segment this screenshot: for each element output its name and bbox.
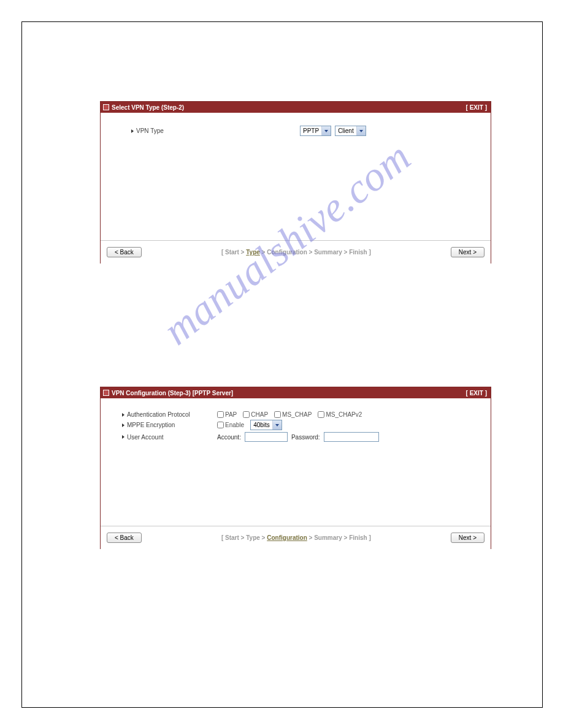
panel-body: Authentication Protocol PAP CHAP MS_CHAP… — [101, 398, 491, 526]
mppe-bits-select[interactable]: 40bits — [250, 420, 282, 430]
back-button[interactable]: < Back — [107, 533, 142, 543]
password-label: Password: — [291, 434, 320, 441]
breadcrumb: [ Start > Type > Configuration > Summary… — [221, 534, 371, 541]
panel-body: VPN Type PPTP Client — [101, 113, 491, 240]
next-button[interactable]: Next > — [451, 533, 484, 543]
caret-icon — [122, 413, 124, 417]
breadcrumb: [ Start > Type > Configuration > Summary… — [221, 249, 371, 256]
panel-header: VPN Configuration (Step-3) [PPTP Server]… — [101, 387, 491, 398]
caret-icon — [122, 423, 124, 427]
chevron-down-icon — [272, 420, 282, 430]
panel-title: Select VPN Type (Step-2) — [112, 104, 184, 111]
vpn-type-label: VPN Type — [131, 127, 226, 134]
panel-title: VPN Configuration (Step-3) [PPTP Server] — [112, 390, 233, 396]
caret-icon — [131, 129, 134, 133]
exit-link[interactable]: [ EXIT ] — [466, 390, 487, 396]
chevron-down-icon — [356, 126, 366, 135]
header-icon — [103, 390, 109, 396]
back-button[interactable]: < Back — [107, 247, 142, 257]
panel-header: Select VPN Type (Step-2) [ EXIT ] — [101, 102, 491, 113]
chap-checkbox[interactable] — [243, 411, 250, 418]
page-outline: Select VPN Type (Step-2) [ EXIT ] VPN Ty… — [21, 21, 543, 708]
breadcrumb-active[interactable]: Type — [246, 249, 260, 256]
panel-footer: < Back [ Start > Type > Configuration > … — [101, 526, 491, 549]
caret-icon — [122, 435, 124, 439]
chevron-down-icon — [321, 126, 331, 135]
breadcrumb-active[interactable]: Configuration — [267, 534, 307, 541]
vpn-protocol-select[interactable]: PPTP — [300, 126, 331, 136]
panel-vpn-config: VPN Configuration (Step-3) [PPTP Server]… — [100, 387, 491, 549]
password-input[interactable] — [324, 432, 379, 442]
account-label: Account: — [217, 434, 241, 441]
auth-protocol-label: Authentication Protocol — [122, 411, 217, 418]
panel-footer: < Back [ Start > Type > Configuration > … — [101, 240, 491, 264]
account-input[interactable] — [245, 432, 288, 442]
mppe-enable-checkbox[interactable] — [217, 422, 224, 428]
exit-link[interactable]: [ EXIT ] — [466, 104, 487, 111]
pap-checkbox[interactable] — [217, 411, 224, 418]
vpn-mode-select[interactable]: Client — [335, 126, 366, 136]
mppe-label: MPPE Encryption — [122, 422, 217, 428]
next-button[interactable]: Next > — [451, 247, 484, 257]
user-account-label: User Account — [122, 434, 217, 441]
mschap-checkbox[interactable] — [274, 411, 281, 418]
mschapv2-checkbox[interactable] — [318, 411, 324, 418]
panel-vpn-type: Select VPN Type (Step-2) [ EXIT ] VPN Ty… — [100, 101, 491, 264]
header-icon — [103, 104, 109, 110]
